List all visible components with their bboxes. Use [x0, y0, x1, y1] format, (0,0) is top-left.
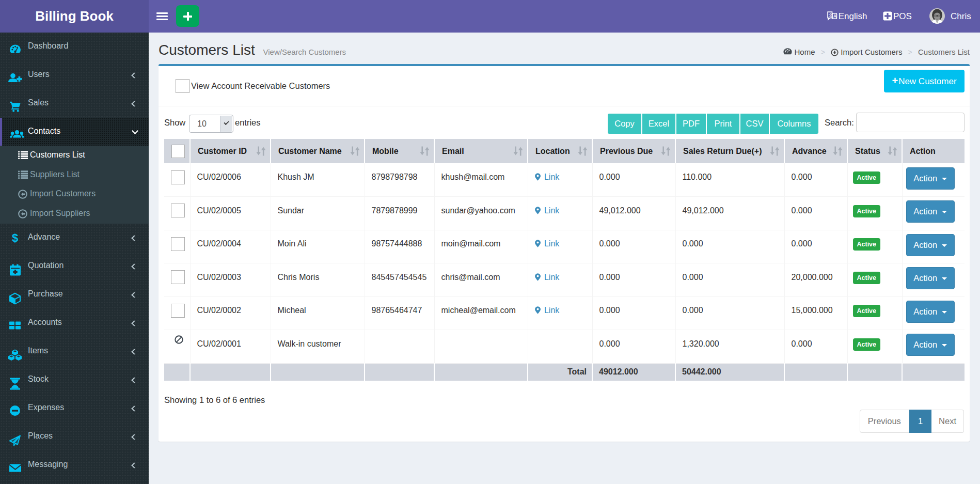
svg-text:A: A — [833, 13, 836, 19]
